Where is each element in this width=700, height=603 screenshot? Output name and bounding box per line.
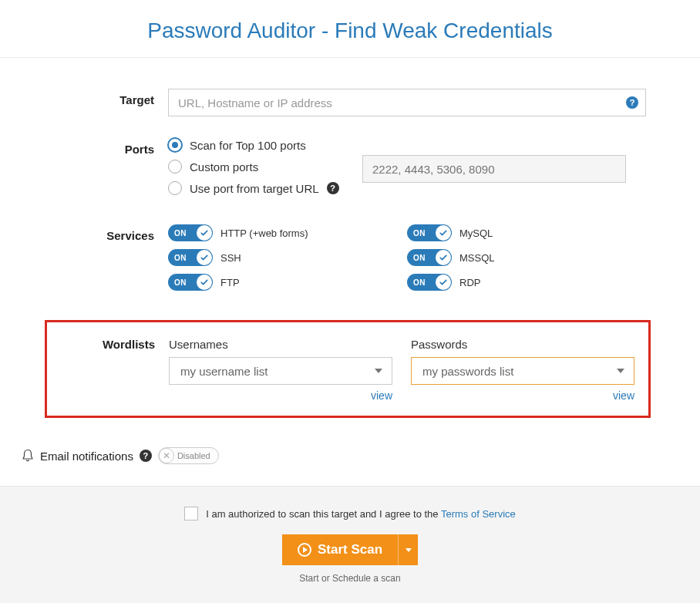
passwords-view-link[interactable]: view — [613, 389, 634, 402]
check-icon — [200, 253, 209, 262]
toggle-on-text: ON — [413, 278, 426, 287]
check-icon — [439, 228, 448, 237]
service-label-mysql: MySQL — [459, 227, 493, 239]
start-scan-button[interactable]: Start Scan — [282, 534, 398, 565]
usernames-view-link[interactable]: view — [371, 389, 392, 402]
check-icon — [200, 278, 209, 287]
toggle-knob — [436, 275, 451, 290]
passwords-select[interactable]: my passwords list — [411, 357, 634, 385]
notifications-state: Disabled — [177, 451, 210, 460]
toggle-rdp[interactable]: ON — [407, 274, 452, 291]
service-label-ssh: SSH — [220, 252, 241, 264]
service-label-http: HTTP (+web forms) — [220, 227, 308, 239]
usernames-heading: Usernames — [169, 338, 392, 351]
passwords-value: my passwords list — [422, 365, 513, 378]
radio-label: Scan for Top 100 ports — [190, 139, 306, 152]
radio-icon — [168, 181, 182, 195]
close-icon: ✕ — [159, 448, 174, 463]
ports-label: Ports — [54, 138, 168, 203]
start-scan-dropdown[interactable] — [398, 534, 418, 565]
bell-icon — [22, 449, 34, 463]
ports-option-top100[interactable]: Scan for Top 100 ports — [168, 138, 646, 152]
service-label-rdp: RDP — [459, 277, 480, 288]
toggle-on-text: ON — [174, 254, 187, 262]
toggle-on-text: ON — [174, 229, 187, 237]
passwords-heading: Passwords — [411, 338, 634, 351]
tos-link[interactable]: Terms of Service — [441, 508, 516, 520]
toggle-knob — [197, 275, 212, 290]
authorize-checkbox[interactable] — [184, 507, 198, 520]
toggle-on-text: ON — [174, 278, 187, 287]
toggle-knob — [436, 225, 451, 241]
toggle-ftp[interactable]: ON — [168, 274, 213, 291]
service-label-ftp: FTP — [220, 277, 240, 288]
radio-label: Use port from target URL — [190, 182, 319, 195]
email-notifications-label: Email notifications — [40, 450, 133, 463]
wordlists-label: Wordlists — [47, 338, 169, 402]
toggle-knob — [436, 250, 451, 265]
toggle-on-text: ON — [413, 229, 426, 237]
toggle-knob — [197, 250, 212, 265]
radio-label: Custom ports — [190, 160, 258, 173]
toggle-ssh[interactable]: ON — [168, 249, 213, 266]
check-icon — [439, 253, 448, 262]
page-title: Password Auditor - Find Weak Credentials — [0, 0, 700, 57]
footer-note: Start or Schedule a scan — [0, 573, 700, 584]
toggle-mysql[interactable]: ON — [407, 224, 452, 241]
target-input[interactable] — [168, 89, 646, 116]
chevron-down-icon — [406, 548, 412, 552]
chevron-down-icon — [617, 369, 624, 373]
check-icon — [200, 228, 209, 237]
ports-option-from-url[interactable]: Use port from target URL ? — [168, 181, 646, 195]
usernames-value: my username list — [180, 365, 268, 378]
toggle-on-text: ON — [413, 254, 426, 262]
toggle-knob — [197, 225, 212, 241]
footer: I am authorized to scan this target and … — [0, 486, 700, 603]
help-icon[interactable]: ? — [140, 450, 152, 462]
toggle-http[interactable]: ON — [168, 224, 213, 241]
notifications-toggle[interactable]: ✕ Disabled — [158, 447, 219, 464]
help-icon[interactable]: ? — [327, 182, 339, 194]
chevron-down-icon — [375, 369, 382, 373]
usernames-select[interactable]: my username list — [169, 357, 392, 385]
custom-ports-input[interactable] — [362, 155, 626, 183]
help-icon[interactable]: ? — [626, 96, 638, 109]
target-label: Target — [54, 89, 168, 116]
toggle-mssql[interactable]: ON — [407, 249, 452, 266]
play-icon — [298, 543, 311, 557]
radio-icon — [168, 160, 182, 173]
ports-option-custom[interactable]: Custom ports — [168, 160, 646, 173]
check-icon — [439, 278, 448, 287]
authorize-text: I am authorized to scan this target and … — [206, 508, 516, 520]
start-scan-label: Start Scan — [318, 542, 382, 558]
radio-icon — [168, 138, 182, 152]
service-label-mssql: MSSQL — [459, 252, 495, 264]
services-label: Services — [54, 224, 168, 298]
wordlists-highlight-box: Wordlists Usernames my username list vie… — [45, 320, 651, 418]
